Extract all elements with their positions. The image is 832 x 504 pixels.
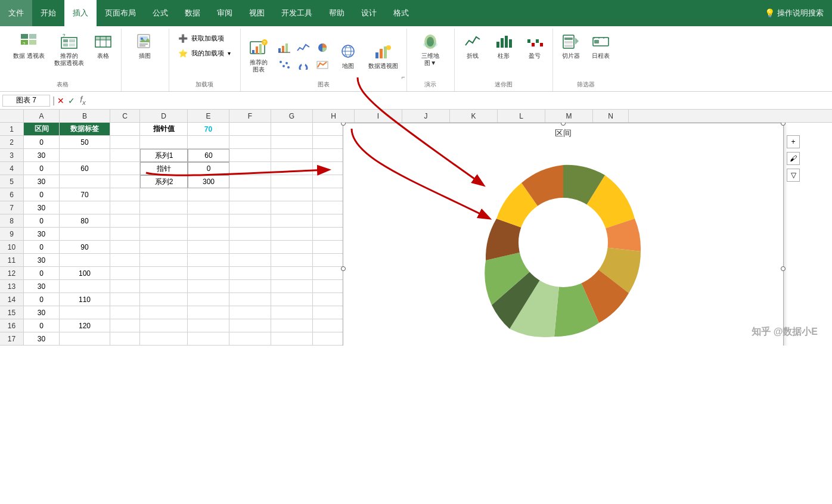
row-header-11[interactable]: 11: [0, 254, 24, 267]
cell-g8[interactable]: [271, 214, 313, 228]
ribbon-btn-pivot[interactable]: ? 数据 透视表: [10, 31, 48, 61]
row-header-1[interactable]: 1: [0, 123, 24, 136]
ribbon-btn-pivot-chart[interactable]: 数据透视图: [365, 41, 402, 71]
ribbon-btn-3dmap[interactable]: 三维地图▼: [417, 31, 443, 68]
cell-c16[interactable]: [110, 319, 140, 332]
cell-e11[interactable]: [188, 254, 229, 267]
cell-f6[interactable]: [229, 188, 271, 201]
cell-a1[interactable]: 区间: [24, 123, 60, 136]
cell-e16[interactable]: [188, 319, 229, 332]
cell-g2[interactable]: [271, 136, 313, 149]
cell-e14[interactable]: [188, 293, 229, 306]
cell-a10[interactable]: 0: [24, 241, 60, 254]
ribbon-btn-recommended-pivot[interactable]: ? 推荐的数据透视表: [51, 31, 88, 68]
cell-b16[interactable]: 120: [60, 319, 110, 332]
menu-data[interactable]: 数据: [176, 0, 209, 26]
cell-e17[interactable]: [188, 332, 229, 346]
cell-e12[interactable]: [188, 267, 229, 280]
cell-d5[interactable]: 系列2: [140, 175, 188, 188]
col-header-e[interactable]: E: [188, 110, 229, 122]
cell-f5[interactable]: [229, 175, 271, 188]
cell-e3[interactable]: 60: [188, 149, 229, 162]
cell-d1[interactable]: 指针值: [140, 123, 188, 136]
cell-a3[interactable]: 30: [24, 149, 60, 162]
cell-d9[interactable]: [140, 228, 188, 241]
cell-a17[interactable]: 30: [24, 332, 60, 346]
cancel-icon[interactable]: ✕: [57, 96, 64, 105]
cell-c4[interactable]: [110, 162, 140, 175]
cell-f11[interactable]: [229, 254, 271, 267]
cell-b7[interactable]: [60, 201, 110, 214]
cell-f1[interactable]: [229, 123, 271, 136]
cell-c15[interactable]: [110, 306, 140, 319]
cell-e15[interactable]: [188, 306, 229, 319]
cell-a7[interactable]: 30: [24, 201, 60, 214]
cell-f10[interactable]: [229, 241, 271, 254]
menu-search[interactable]: 💡 操作说明搜索: [756, 0, 832, 26]
cell-f3[interactable]: [229, 149, 271, 162]
cell-e13[interactable]: [188, 280, 229, 293]
cell-d3[interactable]: 系列1: [140, 149, 188, 162]
cell-d4[interactable]: 指针: [140, 162, 188, 175]
cell-c14[interactable]: [110, 293, 140, 306]
cell-f2[interactable]: [229, 136, 271, 149]
menu-file[interactable]: 文件: [0, 0, 32, 26]
cell-d12[interactable]: [140, 267, 188, 280]
cell-c10[interactable]: [110, 241, 140, 254]
resize-handle-ml[interactable]: [341, 266, 346, 271]
cell-g6[interactable]: [271, 188, 313, 201]
cell-e9[interactable]: [188, 228, 229, 241]
ribbon-btn-pie[interactable]: [313, 40, 331, 55]
cell-d11[interactable]: [140, 254, 188, 267]
cell-f4[interactable]: [229, 162, 271, 175]
col-header-h[interactable]: H: [313, 110, 355, 122]
cell-a4[interactable]: 0: [24, 162, 60, 175]
cell-c11[interactable]: [110, 254, 140, 267]
ribbon-btn-table[interactable]: 表格: [90, 31, 116, 61]
cell-b4[interactable]: 60: [60, 162, 110, 175]
ribbon-btn-get-addins[interactable]: ➕ 获取加载项: [175, 32, 234, 45]
row-header-10[interactable]: 10: [0, 241, 24, 254]
cell-e7[interactable]: [188, 201, 229, 214]
cell-b5[interactable]: [60, 175, 110, 188]
cell-a13[interactable]: 30: [24, 280, 60, 293]
cell-c6[interactable]: [110, 188, 140, 201]
col-header-l[interactable]: L: [498, 110, 545, 122]
col-header-a[interactable]: A: [24, 110, 60, 122]
select-all-corner[interactable]: [0, 110, 24, 122]
cell-d7[interactable]: [140, 201, 188, 214]
cell-a2[interactable]: 0: [24, 136, 60, 149]
cell-d16[interactable]: [140, 319, 188, 332]
cell-d14[interactable]: [140, 293, 188, 306]
cell-c9[interactable]: [110, 228, 140, 241]
cell-d15[interactable]: [140, 306, 188, 319]
col-header-n[interactable]: N: [593, 110, 629, 122]
cell-b1[interactable]: 数据标签: [60, 123, 110, 136]
row-header-15[interactable]: 15: [0, 306, 24, 319]
menu-insert[interactable]: 插入: [64, 0, 97, 26]
cell-g3[interactable]: [271, 149, 313, 162]
ribbon-btn-line-spark[interactable]: 折线: [460, 31, 486, 61]
cell-g4[interactable]: [271, 162, 313, 175]
formula-input[interactable]: [91, 95, 830, 106]
ribbon-btn-line[interactable]: [294, 40, 312, 55]
menu-dev-tools[interactable]: 开发工具: [273, 0, 321, 26]
cell-b6[interactable]: 70: [60, 188, 110, 201]
col-header-f[interactable]: F: [229, 110, 271, 122]
cell-b10[interactable]: 90: [60, 241, 110, 254]
ribbon-btn-timeline[interactable]: 日程表: [588, 31, 614, 61]
cell-c12[interactable]: [110, 267, 140, 280]
cell-b14[interactable]: 110: [60, 293, 110, 306]
menu-format[interactable]: 格式: [385, 0, 417, 26]
cell-g10[interactable]: [271, 241, 313, 254]
cell-e6[interactable]: [188, 188, 229, 201]
col-header-j[interactable]: J: [402, 110, 450, 122]
cell-g14[interactable]: [271, 293, 313, 306]
cell-f8[interactable]: [229, 214, 271, 228]
ribbon-btn-slicer[interactable]: 切片器: [558, 31, 584, 61]
cell-f12[interactable]: [229, 267, 271, 280]
row-header-8[interactable]: 8: [0, 214, 24, 228]
cell-b9[interactable]: [60, 228, 110, 241]
cell-b8[interactable]: 80: [60, 214, 110, 228]
ribbon-btn-insert[interactable]: 插图: [132, 31, 158, 61]
